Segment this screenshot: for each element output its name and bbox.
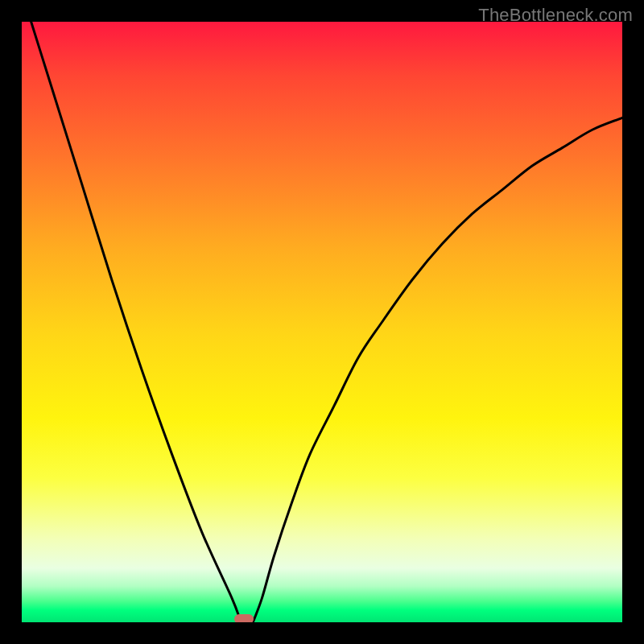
curve-svg (22, 22, 622, 622)
bottleneck-marker (234, 614, 254, 622)
right-curve (253, 118, 622, 622)
left-curve (22, 22, 241, 622)
watermark-text: TheBottleneck.com (478, 5, 633, 26)
plot-area (22, 22, 622, 622)
chart-frame: TheBottleneck.com (0, 0, 644, 644)
